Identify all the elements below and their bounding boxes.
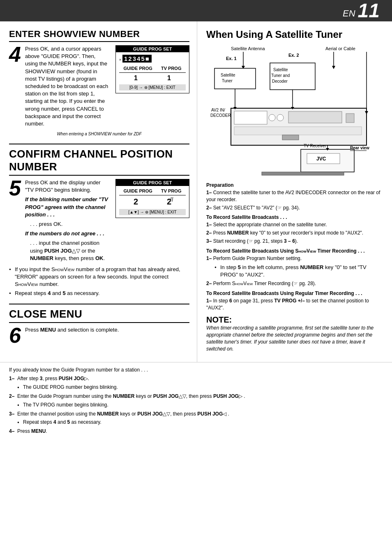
step5-bullet-2: Repeat steps 4 and 5 as necessary. bbox=[9, 290, 189, 297]
svg-text:Satellite: Satellite bbox=[221, 73, 235, 77]
record-regular-title: To Record Satellite Broadcasts Using Reg… bbox=[206, 290, 385, 296]
rec-reg-1: 1– In step 6 on page 31, press TV PROG +… bbox=[206, 297, 385, 311]
bottom-step-4: 4– Press MENU. bbox=[9, 428, 383, 435]
guide-box-footer-4: [0-9] → ⊛ [MENU] : EXIT bbox=[119, 84, 186, 91]
svg-rect-24 bbox=[346, 114, 354, 123]
col2-label-5: TV PROG bbox=[161, 188, 182, 193]
guide-box-step4: GUIDE PROG SET » 12345■ GUIDE PROG TV PR… bbox=[115, 45, 189, 93]
guide-box-header-5: GUIDE PROG SET bbox=[116, 179, 189, 186]
step5-body1: Press OK and the display under "TV PROG"… bbox=[25, 179, 110, 194]
svg-text:DECODER: DECODER bbox=[210, 113, 231, 118]
preparation-title: Preparation bbox=[206, 182, 385, 188]
bottom-step-1-bullets: The GUIDE PROG number begins blinking. bbox=[17, 384, 383, 391]
svg-rect-20 bbox=[234, 111, 267, 124]
step4-num: 4 bbox=[9, 44, 21, 130]
step-6-block: CLOSE MENU 6 Press MENU and selection is… bbox=[9, 308, 189, 346]
step-num-2: 2– bbox=[9, 393, 14, 400]
svg-rect-23 bbox=[288, 111, 342, 123]
prep-step2: 2– Set "AV2 SELECT" to "AV2" (☞ pg. 34). bbox=[206, 204, 385, 211]
page-number: 11 bbox=[358, 1, 380, 21]
svg-text:Satellite: Satellite bbox=[273, 67, 288, 72]
preparation-section: Preparation 1– Connect the satellite tun… bbox=[206, 182, 385, 211]
bottom-step-2: 2– Enter the Guide Program number using … bbox=[9, 393, 383, 409]
val2-4: 1 bbox=[167, 74, 171, 82]
step-5-block: CONFIRM CHANNEL POSITION NUMBER GUIDE PR… bbox=[9, 148, 189, 297]
svg-text:Satellite Antenna: Satellite Antenna bbox=[231, 46, 265, 51]
en-label: EN bbox=[343, 8, 355, 21]
col2-label-4: TV PROG bbox=[161, 66, 182, 71]
step6-title: CLOSE MENU bbox=[9, 308, 189, 323]
rec-sat-1: 1– Select the appropriate channel on the… bbox=[206, 221, 385, 228]
step4-content-row: 4 Press OK, and a cursor appears above "… bbox=[9, 45, 110, 130]
record-satellite-section: To Record Satellite Broadcasts . . . 1– … bbox=[206, 214, 385, 244]
guide-box-header-4: GUIDE PROG SET bbox=[116, 46, 189, 52]
step-num-3: 3– bbox=[9, 411, 14, 418]
rec-sv-bullets: In step 5 in the left column, press NUMB… bbox=[214, 264, 385, 279]
val2-5: 2 // bbox=[167, 197, 171, 207]
guide-box-vals-4: 1 1 bbox=[119, 74, 186, 82]
record-regular-section: To Record Satellite Broadcasts Using Reg… bbox=[206, 290, 385, 311]
svg-text:Tuner and: Tuner and bbox=[271, 73, 290, 78]
step-num-1: 1– bbox=[9, 375, 14, 382]
rec-sv-2: 2– Perform ShowView Timer Recording (☞ p… bbox=[206, 280, 385, 287]
guide-box-body-4: » 12345■ GUIDE PROG TV PROG 1 1 [0-9] → … bbox=[116, 52, 189, 93]
rec-sat-2: 2– Press NUMBER key "0" to set your reco… bbox=[206, 230, 385, 237]
step4-title: ENTER SHOWVIEW NUMBER bbox=[9, 29, 189, 42]
val1-4: 1 bbox=[134, 74, 138, 82]
guide-box-step5: GUIDE PROG SET GUIDE PROG TV PROG 2 2 //… bbox=[115, 179, 189, 218]
svg-text:Rear view: Rear view bbox=[350, 146, 369, 150]
col1-label-4: GUIDE PROG bbox=[124, 66, 152, 71]
rec-sat-3: 3– Start recording (☞ pg. 21, steps 3 – … bbox=[206, 238, 385, 245]
bottom-steps: 1– After step 3, press PUSH JOG▷. The GU… bbox=[9, 375, 383, 435]
step5-body3: . . . input the channel position using P… bbox=[25, 239, 110, 262]
diagram-area: Satellite Antenna Aerial or Cable Ex. 1 … bbox=[206, 44, 385, 177]
satellite-diagram: Satellite Antenna Aerial or Cable Ex. 1 … bbox=[206, 44, 383, 176]
step-4-block: ENTER SHOWVIEW NUMBER GUIDE PROG SET » 1… bbox=[9, 29, 189, 137]
svg-text:JVC: JVC bbox=[316, 156, 326, 162]
step6-text: Press MENU and selection is complete. bbox=[25, 326, 119, 346]
bottom-s1-b1: The GUIDE PROG number begins blinking. bbox=[17, 384, 383, 391]
step5-italic1: If the blinking number under "TV PROG" a… bbox=[25, 196, 110, 218]
record-showview-section: To Record Satellite Broadcasts Using Sho… bbox=[206, 248, 385, 287]
prep-step1: 1– Connect the satellite tuner to the AV… bbox=[206, 189, 385, 203]
guide-box-body-5: GUIDE PROG TV PROG 2 2 // [▲▼] → ⊛ [MENU… bbox=[116, 186, 189, 218]
step6-content-row: 6 Press MENU and selection is complete. bbox=[9, 326, 189, 346]
note-box: NOTE: When timer-recording a satellite p… bbox=[206, 315, 385, 352]
right-column: When Using A Satellite Tuner Satellite A… bbox=[197, 21, 392, 362]
main-content: ENTER SHOWVIEW NUMBER GUIDE PROG SET » 1… bbox=[0, 21, 392, 362]
note-title: NOTE: bbox=[206, 315, 385, 325]
step4-body: Press OK, and a cursor appears above "GU… bbox=[25, 45, 110, 128]
bottom-step-1: 1– After step 3, press PUSH JOG▷. The GU… bbox=[9, 375, 383, 391]
svg-marker-7 bbox=[332, 66, 335, 69]
guide-number-display: 12345■ bbox=[122, 55, 152, 63]
svg-rect-41 bbox=[262, 172, 344, 175]
step6-num: 6 bbox=[9, 325, 21, 346]
guide-box-cols-4: GUIDE PROG TV PROG bbox=[119, 66, 186, 73]
svg-text:AV2 IN/: AV2 IN/ bbox=[211, 108, 225, 112]
step5-num: 5 bbox=[9, 177, 21, 264]
step5-title: CONFIRM CHANNEL POSITION NUMBER bbox=[9, 148, 189, 176]
svg-text:Tuner: Tuner bbox=[222, 79, 233, 83]
guide-box-footer-5: [▲▼] → ⊛ [MENU] : EXIT bbox=[119, 209, 186, 215]
rec-sv-1: 1– Perform Guide Program Number setting. bbox=[206, 255, 385, 262]
record-sat-title: To Record Satellite Broadcasts . . . bbox=[206, 214, 385, 220]
svg-text:Ex. 2: Ex. 2 bbox=[288, 53, 299, 58]
record-showview-title: To Record Satellite Broadcasts Using Sho… bbox=[206, 248, 385, 254]
bottom-step-3: 3– Enter the channel position using the … bbox=[9, 411, 383, 426]
bottom-step-3-bullets: Repeat steps 4 and 5 as necessary. bbox=[17, 419, 383, 426]
bottom-block: If you already know the Guide Program nu… bbox=[0, 362, 392, 441]
note-text: When timer-recording a satellite program… bbox=[206, 325, 385, 352]
step6-body: Press MENU and selection is complete. bbox=[25, 326, 119, 334]
step4-text: Press OK, and a cursor appears above "GU… bbox=[25, 45, 110, 130]
divider-4-5 bbox=[9, 144, 189, 144]
val1-5: 2 bbox=[134, 197, 138, 207]
divider-5-6 bbox=[9, 304, 189, 304]
svg-text:TV Receiver: TV Receiver bbox=[304, 144, 327, 148]
step5-bullets: If you input the ShowView number of a pr… bbox=[9, 266, 189, 297]
svg-text:Decoder: Decoder bbox=[272, 79, 288, 84]
satellite-title: When Using A Satellite Tuner bbox=[206, 29, 385, 40]
step5-bullet-1: If you input the ShowView number of a pr… bbox=[9, 266, 189, 288]
col1-label-5: GUIDE PROG bbox=[124, 188, 152, 193]
svg-text:Ex. 1: Ex. 1 bbox=[226, 56, 237, 61]
svg-rect-25 bbox=[234, 127, 362, 135]
